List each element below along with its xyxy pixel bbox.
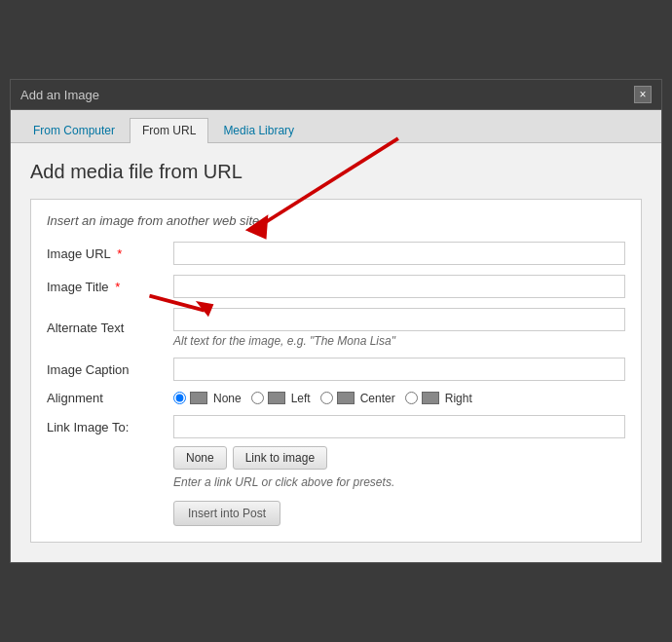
align-center-icon bbox=[337, 392, 355, 404]
link-section: Link Image To: None Link to image Enter … bbox=[47, 415, 625, 526]
page-title: Add media file from URL bbox=[30, 161, 642, 183]
image-caption-label: Image Caption bbox=[47, 362, 173, 377]
align-right-icon bbox=[422, 392, 439, 404]
dialog-titlebar: Add an Image × bbox=[11, 80, 661, 110]
alt-text-hint: Alt text for the image, e.g. "The Mona L… bbox=[173, 334, 625, 348]
alignment-options: None Left Center bbox=[173, 392, 472, 405]
align-left-icon bbox=[268, 392, 285, 404]
align-center-option[interactable]: Center bbox=[320, 392, 395, 405]
image-url-row: Image URL * bbox=[47, 242, 625, 265]
tab-from-computer[interactable]: From Computer bbox=[20, 118, 128, 142]
image-url-label: Image URL * bbox=[47, 246, 173, 261]
none-button[interactable]: None bbox=[173, 446, 227, 470]
link-to-image-button[interactable]: Link to image bbox=[233, 446, 327, 470]
link-image-row: Link Image To: bbox=[47, 415, 625, 438]
align-none-label: None bbox=[213, 392, 242, 405]
alt-text-label: Alternate Text bbox=[47, 321, 173, 335]
insert-into-post-button[interactable]: Insert into Post bbox=[173, 501, 280, 526]
image-caption-row: Image Caption bbox=[47, 358, 625, 381]
image-title-row: Image Title * bbox=[47, 275, 625, 298]
link-buttons: None Link to image bbox=[173, 446, 625, 470]
required-star-title: * bbox=[112, 280, 121, 294]
align-center-label: Center bbox=[360, 392, 395, 405]
alt-text-field: Alt text for the image, e.g. "The Mona L… bbox=[173, 308, 625, 348]
align-right-radio[interactable] bbox=[405, 392, 418, 404]
align-none-icon bbox=[190, 392, 207, 404]
required-star-url: * bbox=[114, 246, 123, 261]
alignment-row: Alignment None Left bbox=[47, 391, 625, 405]
alt-text-input[interactable] bbox=[173, 308, 625, 331]
link-hint: Enter a link URL or click above for pres… bbox=[173, 475, 625, 489]
alignment-label: Alignment bbox=[47, 391, 173, 405]
align-right-option[interactable]: Right bbox=[405, 392, 472, 405]
dialog-body: From Computer From URL Media Library Add… bbox=[11, 110, 661, 562]
link-image-input[interactable] bbox=[173, 415, 625, 438]
image-caption-input[interactable] bbox=[173, 358, 625, 381]
link-image-label: Link Image To: bbox=[47, 420, 173, 434]
form-description: Insert an image from another web site. bbox=[47, 213, 625, 228]
align-left-option[interactable]: Left bbox=[251, 392, 311, 405]
align-center-radio[interactable] bbox=[320, 392, 333, 404]
form-box: Insert an image from another web site. I… bbox=[30, 199, 642, 543]
align-none-radio[interactable] bbox=[173, 392, 186, 404]
image-title-label: Image Title * bbox=[47, 280, 173, 294]
tab-from-url[interactable]: From URL bbox=[130, 118, 208, 143]
dialog-title: Add an Image bbox=[20, 88, 99, 102]
submit-row: Insert into Post bbox=[173, 501, 625, 526]
close-button[interactable]: × bbox=[634, 86, 652, 103]
align-left-label: Left bbox=[291, 392, 311, 405]
add-image-dialog: Add an Image × From Computer From URL Me… bbox=[10, 79, 662, 563]
align-none-option[interactable]: None bbox=[173, 392, 242, 405]
alt-text-row: Alternate Text Alt text for the image, e… bbox=[47, 308, 625, 348]
tab-media-library[interactable]: Media Library bbox=[210, 118, 307, 142]
image-title-input[interactable] bbox=[173, 275, 625, 298]
tab-bar: From Computer From URL Media Library bbox=[11, 110, 661, 143]
align-right-label: Right bbox=[445, 392, 472, 405]
align-left-radio[interactable] bbox=[251, 392, 264, 404]
content-area: Add media file from URL Insert an image … bbox=[11, 143, 661, 562]
image-url-input[interactable] bbox=[173, 242, 625, 265]
